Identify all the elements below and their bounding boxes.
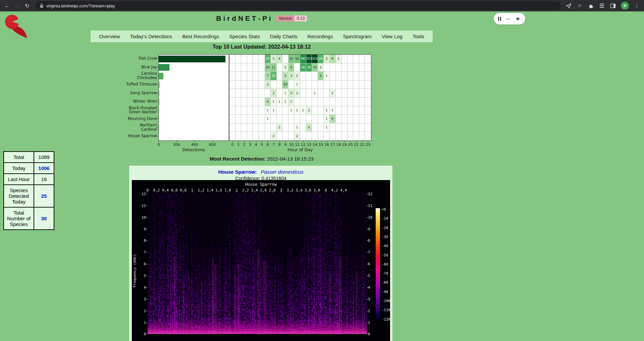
heatmap-cell xyxy=(341,72,347,80)
heatmap-cell xyxy=(253,63,259,72)
heatmap-cell xyxy=(247,89,253,98)
heatmap-cell: 10 xyxy=(265,63,271,72)
spectro-freq-tick-mark xyxy=(367,194,368,194)
heatmap-cell xyxy=(259,89,265,98)
heatmap-cell xyxy=(235,80,241,89)
nav-item-tools[interactable]: Tools xyxy=(408,34,429,39)
spectro-freq-tick: 1 xyxy=(137,320,146,325)
reading-list-icon[interactable] xyxy=(599,3,605,9)
stat-label: Total Number of Species xyxy=(4,207,34,230)
heatmap-cell xyxy=(241,63,247,72)
nav-item-daily-charts[interactable]: Daily Charts xyxy=(265,34,303,39)
spectro-time-tick-mark xyxy=(299,191,299,192)
heatmap-cell xyxy=(365,98,371,106)
heatmap-cell xyxy=(277,89,283,98)
heatmap-cell xyxy=(312,106,318,115)
menu-kebab-icon[interactable]: ⋮ xyxy=(634,3,640,9)
hour-tick-mark xyxy=(244,141,245,142)
back-button[interactable]: ← xyxy=(3,1,11,10)
spectro-time-tick-mark xyxy=(335,191,335,192)
heatmap-cell xyxy=(353,63,359,72)
stat-value[interactable]: 1006 xyxy=(34,163,54,174)
send-icon[interactable] xyxy=(566,3,572,9)
heatmap-cell xyxy=(312,132,318,140)
reload-button[interactable]: ↻ xyxy=(23,1,32,10)
hour-tick-label: 11 xyxy=(295,143,300,147)
y-tick-mark xyxy=(157,110,159,110)
heatmap-cell: 1 xyxy=(294,106,300,115)
heatmap-cell: 27 xyxy=(265,55,271,63)
heatmap-cell: 1 xyxy=(294,80,300,89)
bar-blue-jay xyxy=(159,64,169,71)
extensions-puzzle-icon[interactable] xyxy=(588,3,594,9)
hour-tick-label: 0 xyxy=(231,143,233,147)
profile-avatar-button[interactable]: P xyxy=(621,2,629,10)
heatmap-cell xyxy=(359,55,365,63)
species-label: Song Sparrow xyxy=(125,89,157,97)
stats-row: Total Number of Species30 xyxy=(4,207,54,230)
nav-item-today-s-detections[interactable]: Today's Detections xyxy=(125,34,177,39)
bar-x-tick-label: 0 xyxy=(158,143,160,147)
heatmap-cell xyxy=(365,89,371,98)
heatmap-cell xyxy=(259,115,265,123)
heatmap-cell xyxy=(271,80,277,89)
heatmap-cell xyxy=(312,98,318,106)
spectro-freq-tick-mark xyxy=(367,323,368,323)
heatmap-cell: 10 xyxy=(312,63,318,72)
heatmap-cell: 2 xyxy=(306,106,312,115)
heatmap-cell xyxy=(318,80,324,89)
species-scientific-name[interactable]: Passer domesticus xyxy=(261,169,304,175)
heatmap-cell: 5 xyxy=(282,72,288,80)
heatmap-cell xyxy=(324,98,330,106)
heatmap-cell: 9 xyxy=(288,63,294,72)
heatmap-cell xyxy=(259,72,265,80)
spectro-time-tick-mark xyxy=(165,191,166,192)
hour-tick-label: 5 xyxy=(261,143,263,147)
nav-item-species-stats[interactable]: Species Stats xyxy=(224,34,265,39)
nav-item-spectrogram[interactable]: Spectrogram xyxy=(338,34,377,39)
address-bar[interactable]: virginia.birdnetpi.com/?stream=play xyxy=(36,1,561,10)
stat-value[interactable]: 30 xyxy=(34,207,54,230)
heatmap-cell xyxy=(229,89,235,98)
stat-value[interactable]: 25 xyxy=(34,185,54,207)
heatmap-xaxis-label: Hour of Day xyxy=(288,147,313,152)
hour-tick-mark xyxy=(350,141,351,142)
heatmap-cell xyxy=(247,132,253,140)
hour-tick-mark xyxy=(250,141,251,142)
heatmap-cell: 1 xyxy=(324,123,330,132)
hour-of-day-heatmap: 2734141668253319283621011293639102726532… xyxy=(229,54,371,141)
y-tick-mark xyxy=(157,67,159,67)
heatmap-cell xyxy=(241,98,247,106)
nav-item-best-recordings[interactable]: Best Recordings xyxy=(177,34,224,39)
url-text[interactable]: virginia.birdnetpi.com/?stream=play xyxy=(46,3,115,8)
heatmap-cell: 1 xyxy=(271,106,277,115)
heatmap-cell xyxy=(336,63,342,72)
heatmap-cell xyxy=(277,63,283,72)
spectro-time-tick-mark xyxy=(281,191,281,192)
heatmap-cell xyxy=(294,115,300,123)
heatmap-cell xyxy=(253,123,259,132)
heatmap-cell xyxy=(318,98,324,106)
hour-tick-mark xyxy=(333,141,333,142)
spectro-freq-tick-mark xyxy=(146,287,148,288)
side-panel-icon[interactable] xyxy=(610,3,616,9)
heatmap-cell xyxy=(235,72,241,80)
heatmap-cell xyxy=(318,132,324,140)
heatmap-cell xyxy=(288,123,294,132)
hour-tick-label: 7 xyxy=(272,143,275,147)
forward-button[interactable]: → xyxy=(13,1,21,10)
nav-item-view-log[interactable]: View Log xyxy=(377,34,407,39)
nav-item-recordings[interactable]: Recordings xyxy=(303,34,338,39)
heatmap-cell xyxy=(365,115,371,123)
heatmap-cell xyxy=(241,132,247,140)
bookmark-star-icon[interactable]: ☆ xyxy=(577,3,583,9)
heatmap-cell: 2 xyxy=(318,63,324,72)
heatmap-cell xyxy=(253,80,259,89)
heatmap-cell: 3 xyxy=(265,80,271,89)
nav-bar: OverviewToday's DetectionsBest Recording… xyxy=(91,31,433,42)
species-common-name-link[interactable]: House Sparrow: xyxy=(218,169,257,175)
spectrogram: House Sparrow Frequency (kHz) 00.20.40.6… xyxy=(132,180,390,341)
nav-item-overview[interactable]: Overview xyxy=(94,34,125,39)
hour-tick-label: 12 xyxy=(301,143,306,147)
spectro-freq-tick-mark xyxy=(146,299,148,299)
